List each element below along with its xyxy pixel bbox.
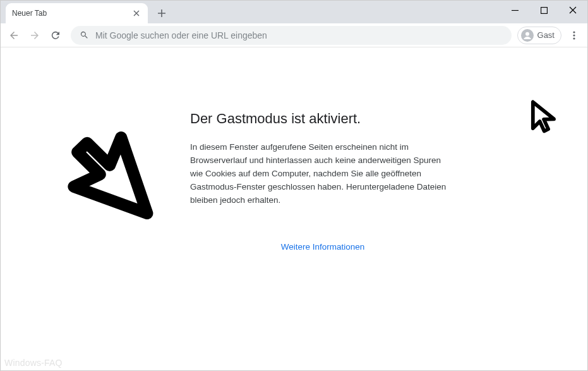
watermark: Windows-FAQ — [4, 358, 63, 368]
page-body: In diesem Fenster aufgerufene Seiten ers… — [190, 141, 455, 207]
profile-button[interactable]: Gast — [517, 27, 561, 44]
page-headline: Der Gastmodus ist aktiviert. — [190, 111, 455, 127]
back-button[interactable] — [4, 26, 23, 45]
close-tab-icon[interactable] — [131, 8, 141, 18]
svg-point-5 — [573, 37, 575, 39]
avatar-icon — [521, 29, 534, 42]
svg-point-3 — [573, 31, 575, 33]
svg-point-2 — [525, 32, 529, 35]
tab-strip: Neuer Tab — [1, 1, 587, 23]
new-tab-button[interactable] — [153, 4, 171, 22]
page-content: Der Gastmodus ist aktiviert. In diesem F… — [1, 47, 587, 370]
tab-title: Neuer Tab — [12, 9, 131, 18]
svg-rect-0 — [541, 7, 547, 13]
annotation-cursor-right — [525, 98, 565, 138]
maximize-button[interactable] — [529, 1, 558, 20]
minimize-button[interactable] — [500, 1, 529, 20]
reload-button[interactable] — [46, 26, 65, 45]
window-controls — [500, 1, 587, 20]
tab[interactable]: Neuer Tab — [6, 3, 148, 23]
close-window-button[interactable] — [558, 1, 587, 20]
annotation-cursor-left — [37, 86, 191, 240]
learn-more-link[interactable]: Weitere Informationen — [190, 242, 455, 252]
search-icon — [80, 30, 89, 40]
svg-point-4 — [573, 34, 575, 36]
forward-button[interactable] — [25, 26, 44, 45]
omnibox-placeholder: Mit Google suchen oder eine URL eingeben — [95, 30, 267, 40]
profile-label: Gast — [537, 30, 555, 40]
menu-button[interactable] — [565, 26, 584, 45]
toolbar: Mit Google suchen oder eine URL eingeben… — [1, 23, 587, 47]
omnibox[interactable]: Mit Google suchen oder eine URL eingeben — [71, 26, 512, 45]
